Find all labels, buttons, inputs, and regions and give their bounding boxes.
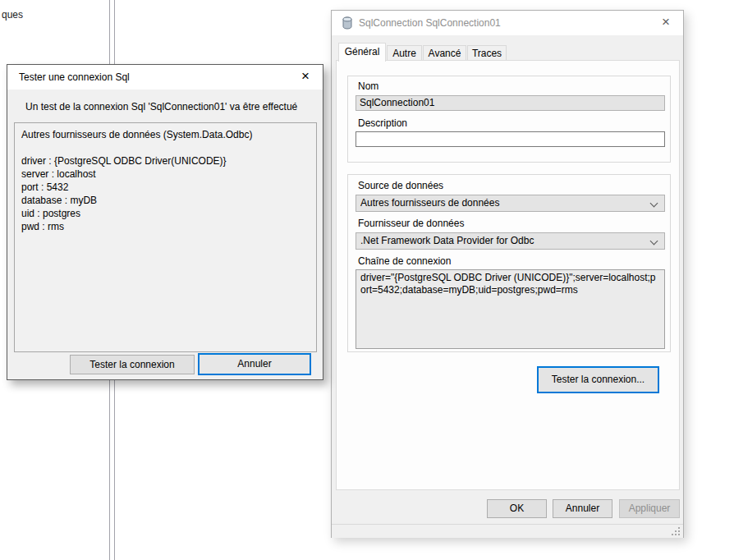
name-field[interactable]: SqlConnection01 (356, 95, 665, 111)
connection-details-box[interactable]: Autres fournisseurs de données (System.D… (14, 122, 317, 352)
tab-traces[interactable]: Traces (467, 45, 507, 61)
dialog-title: Tester une connexion Sql (19, 65, 130, 90)
chevron-down-icon (650, 200, 658, 208)
resize-grip-icon[interactable] (672, 527, 680, 535)
close-icon[interactable]: × (288, 65, 323, 90)
sqlconnection-properties-dialog: SqlConnection SqlConnection01 × Général … (331, 10, 684, 538)
connstring-label: Chaîne de connexion (358, 255, 451, 267)
identity-groupbox: Nom SqlConnection01 Description (347, 76, 671, 163)
tab-general[interactable]: Général (338, 43, 386, 62)
datasource-label: Source de données (358, 180, 443, 191)
connection-groupbox: Source de données Autres fournisseurs de… (347, 174, 671, 352)
description-field[interactable] (356, 131, 665, 147)
statusbar (332, 524, 683, 538)
description-label: Description (358, 117, 407, 129)
ok-button[interactable]: OK (487, 499, 547, 518)
cancel-button[interactable]: Annuler (198, 353, 311, 375)
provider-label: Fournisseur de données (358, 218, 464, 229)
cancel-button[interactable]: Annuler (553, 499, 612, 518)
titlebar[interactable]: SqlConnection SqlConnection01 × (332, 11, 683, 35)
dialog-title: SqlConnection SqlConnection01 (359, 11, 501, 35)
tab-panel-general: Nom SqlConnection01 Description Source d… (336, 60, 680, 490)
titlebar[interactable]: Tester une connexion Sql × (7, 65, 323, 90)
datasource-value: Autres fournisseurs de données (360, 197, 499, 209)
database-icon (341, 16, 354, 30)
test-connection-button[interactable]: Tester la connexion... (537, 366, 659, 393)
tab-avance[interactable]: Avancé (423, 45, 466, 61)
tab-autre[interactable]: Autre (387, 45, 422, 61)
chevron-down-icon (650, 237, 658, 246)
apply-button: Appliquer (619, 499, 680, 518)
close-icon[interactable]: × (649, 11, 683, 35)
provider-value: .Net Framework Data Provider for Odbc (360, 235, 534, 246)
name-label: Nom (358, 80, 378, 92)
provider-dropdown[interactable]: .Net Framework Data Provider for Odbc (356, 232, 665, 250)
connstring-textarea[interactable]: driver="{PostgreSQL ODBC Driver (UNICODE… (356, 269, 665, 349)
background-partial-text: ques (2, 9, 23, 21)
test-message: Un test de la connexion Sql 'SqlConnecti… (25, 101, 297, 112)
test-connection-dialog: Tester une connexion Sql × Un test de la… (7, 64, 323, 380)
test-connection-button[interactable]: Tester la connexion (70, 355, 195, 374)
datasource-dropdown[interactable]: Autres fournisseurs de données (356, 195, 665, 212)
